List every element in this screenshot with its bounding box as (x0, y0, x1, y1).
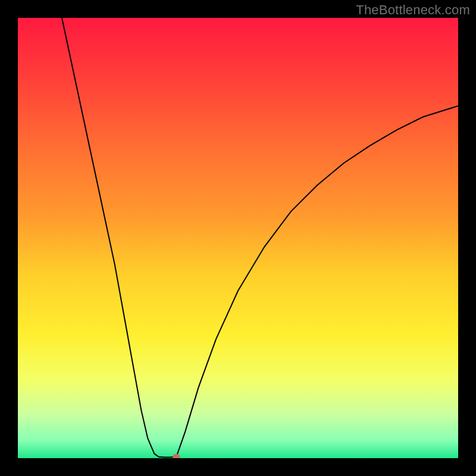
plot-area (18, 18, 458, 461)
curve-layer (18, 18, 458, 458)
watermark-text: TheBottleneck.com (356, 2, 470, 18)
bottleneck-curve (62, 18, 458, 458)
minimum-dot (173, 454, 180, 458)
chart-stage: TheBottleneck.com (0, 0, 476, 476)
